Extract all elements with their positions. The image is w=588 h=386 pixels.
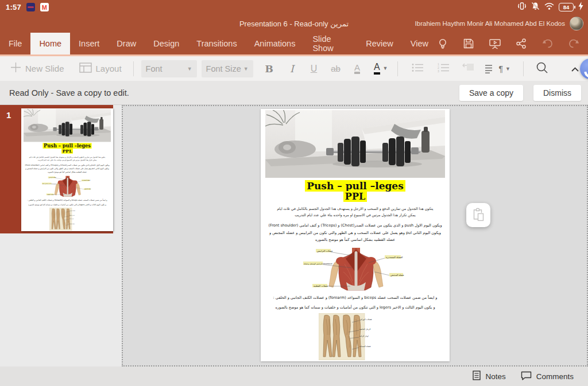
redo-icon[interactable] bbox=[568, 38, 580, 49]
slide-title: Push – pull –leges PPL bbox=[21, 143, 113, 154]
slide-thumbnail-panel: 1 bbox=[0, 105, 122, 366]
tab-file[interactable]: File bbox=[0, 33, 30, 54]
numbering-button[interactable]: 123 bbox=[438, 63, 450, 75]
notifications-muted-icon bbox=[531, 2, 540, 13]
comments-icon bbox=[521, 371, 532, 382]
tab-view[interactable]: View bbox=[402, 33, 437, 54]
battery-icon: 84 bbox=[559, 3, 574, 11]
leg-label: الرجل الخلفية bbox=[359, 328, 370, 330]
paste-button[interactable] bbox=[466, 203, 490, 227]
font-size-dropdown[interactable]: Font Size▼ bbox=[202, 60, 253, 77]
slide-paragraph-4: و ايضاً من ضمن عضلات السحب عضله biceps و… bbox=[265, 295, 445, 302]
save-a-copy-button[interactable]: Save a copy bbox=[459, 85, 523, 101]
back-muscles-anatomy-image: عضلات الترابيس الترابيس الوسطى وعضلة Rho… bbox=[303, 247, 408, 291]
slide-content: Push – pull –leges PPL يتكون هذا الجدول … bbox=[261, 109, 450, 361]
back-label: عضلة المجنص bbox=[390, 274, 404, 276]
chevron-down-icon: ▼ bbox=[383, 65, 388, 71]
new-slide-button[interactable]: New Slide bbox=[10, 62, 64, 75]
status-bar: 1:57 M 84 bbox=[0, 0, 588, 14]
slide-paragraph-1: يتكون هذا الجدول من تمارين الدفع و السحب… bbox=[28, 155, 107, 162]
back-label: عضلات القطنية bbox=[314, 284, 328, 287]
slide-paragraph-5: و يكون اليوم الثالث و الاخير legers و ال… bbox=[269, 305, 442, 311]
tab-slide-show[interactable]: Slide Show bbox=[304, 33, 357, 54]
search-icon[interactable] bbox=[536, 61, 548, 76]
undo-icon[interactable] bbox=[541, 38, 554, 49]
avatar[interactable] bbox=[570, 17, 583, 30]
home-toolbar: New Slide Layout Font▼ Font Size▼ B I U … bbox=[0, 54, 588, 81]
toolbar-divider bbox=[133, 61, 134, 76]
strikethrough-button[interactable]: ab bbox=[331, 64, 341, 73]
editing-canvas: Push – pull –leges PPL يتكون هذا الجدول … bbox=[122, 105, 588, 366]
comments-button[interactable]: Comments bbox=[521, 371, 574, 382]
dumbbell-photo bbox=[265, 110, 445, 178]
bullets-button[interactable] bbox=[412, 63, 424, 75]
toolbar-divider bbox=[397, 61, 398, 76]
slide-1-thumbnail-image[interactable]: Push – pull –leges PPL يتكون هذا الجدول … bbox=[21, 108, 113, 231]
slide-page[interactable]: Push – pull –leges PPL يتكون هذا الجدول … bbox=[261, 109, 450, 361]
notification-app-icon bbox=[26, 3, 35, 11]
italic-button[interactable]: I bbox=[290, 63, 294, 75]
slide-paragraph-2: ويكون اليوم الاول push و الذي يتكون من ع… bbox=[22, 163, 112, 167]
leg-muscles-anatomy-image: عضلات الوركين الرجل الخلفية اوتار الركبة… bbox=[49, 208, 80, 231]
layout-button[interactable]: Layout bbox=[79, 63, 122, 75]
font-dropdown[interactable]: Font▼ bbox=[141, 60, 197, 77]
wifi-icon bbox=[544, 2, 554, 13]
slide-paragraph-4: و ايضاً من ضمن عضلات السحب عضله biceps و… bbox=[24, 199, 111, 202]
tab-draw[interactable]: Draw bbox=[108, 33, 145, 54]
plus-icon bbox=[10, 62, 21, 75]
powerpoint-app: 1:57 M 84 Presentation 6 - Read-only تمر… bbox=[0, 0, 588, 386]
slide-paragraph-3: ويكون اليوم الثاني pul وهو يعمل علي عضلا… bbox=[266, 229, 444, 244]
account-button[interactable]: Ibrahiem Haythm Monir Ali Mohamed Abd El… bbox=[415, 17, 583, 30]
tab-home[interactable]: Home bbox=[30, 33, 70, 54]
bottom-bar: Notes Comments bbox=[0, 366, 588, 386]
underline-button[interactable]: U bbox=[311, 64, 318, 74]
pilcrow-icon: ¶ bbox=[499, 64, 504, 73]
chevron-down-icon: ▼ bbox=[505, 66, 510, 72]
share-icon[interactable] bbox=[516, 38, 527, 49]
notes-icon bbox=[473, 371, 481, 382]
main-area: 1 bbox=[0, 105, 588, 366]
font-color-button[interactable]: A ▼ bbox=[374, 63, 388, 75]
collapse-ribbon-chevron-icon[interactable] bbox=[571, 64, 579, 74]
tab-transitions[interactable]: Transitions bbox=[188, 33, 245, 54]
leg-label: اوتار الركبة bbox=[359, 335, 369, 337]
slide-1-thumbnail[interactable]: 1 bbox=[0, 105, 113, 233]
slide-paragraph-2: ويكون اليوم الاول push و الذي يتكون من ع… bbox=[263, 222, 447, 229]
slide-title: Push – pull –leges PPL bbox=[261, 180, 450, 202]
readonly-banner: Read Only - Save a copy to edit. Save a … bbox=[0, 81, 588, 105]
dismiss-button[interactable]: Dismiss bbox=[533, 85, 581, 101]
slide-paragraph-3: ويكون اليوم الثاني pul وهو يعمل علي عضلا… bbox=[24, 167, 110, 174]
highlight-color-button[interactable]: A bbox=[354, 63, 360, 75]
layout-icon bbox=[79, 63, 92, 75]
present-icon[interactable] bbox=[489, 38, 501, 49]
tab-design[interactable]: Design bbox=[145, 33, 188, 54]
back-label: الترابيس الوسطى وعضلة Rhomboid bbox=[304, 263, 332, 265]
leg-label: عضلات الوركين bbox=[359, 318, 372, 321]
tab-insert[interactable]: Insert bbox=[70, 33, 108, 54]
vibrate-icon bbox=[517, 2, 527, 13]
back-label: العضلة المستديرة bbox=[386, 256, 403, 259]
save-icon[interactable] bbox=[463, 38, 474, 49]
ribbon-tab-strip: File Home Insert Draw Design Transitions… bbox=[0, 33, 588, 54]
clipboard-paste-icon bbox=[472, 208, 485, 223]
ideas-lightbulb-icon[interactable] bbox=[437, 38, 448, 50]
chevron-down-icon: ▼ bbox=[243, 66, 249, 72]
gmail-icon: M bbox=[40, 3, 49, 11]
bold-button[interactable]: B bbox=[265, 63, 273, 75]
back-muscles-anatomy-image: عضلات الترابيس الترابيس الوسطى وعضلة Rho… bbox=[42, 176, 93, 197]
chevron-down-icon: ▼ bbox=[187, 66, 192, 72]
leg-muscles-anatomy-image: عضلات الوركين الرجل الخلفية اوتار الركبة… bbox=[319, 313, 382, 360]
charging-bolt-icon bbox=[578, 2, 583, 13]
text-direction-button[interactable] bbox=[462, 63, 475, 75]
readonly-message: Read Only - Save a copy to edit. bbox=[0, 88, 129, 98]
clock: 1:57 bbox=[6, 3, 21, 11]
tab-review[interactable]: Review bbox=[357, 33, 402, 54]
slide-content: Push – pull –leges PPL يتكون هذا الجدول … bbox=[21, 108, 113, 231]
account-name: Ibrahiem Haythm Monir Ali Mohamed Abd El… bbox=[415, 20, 565, 27]
slide-paragraph-1: يتكون هذا الجدول من تمارين الدفع و السحب… bbox=[273, 205, 437, 219]
dumbbell-photo bbox=[24, 109, 111, 142]
slide-paragraph-5: و يكون اليوم الثالث و الاخير legers و ال… bbox=[25, 204, 109, 207]
notes-button[interactable]: Notes bbox=[473, 371, 505, 382]
tab-animations[interactable]: Animations bbox=[246, 33, 304, 54]
paragraph-align-button[interactable]: ¶ ▼ bbox=[485, 64, 510, 73]
